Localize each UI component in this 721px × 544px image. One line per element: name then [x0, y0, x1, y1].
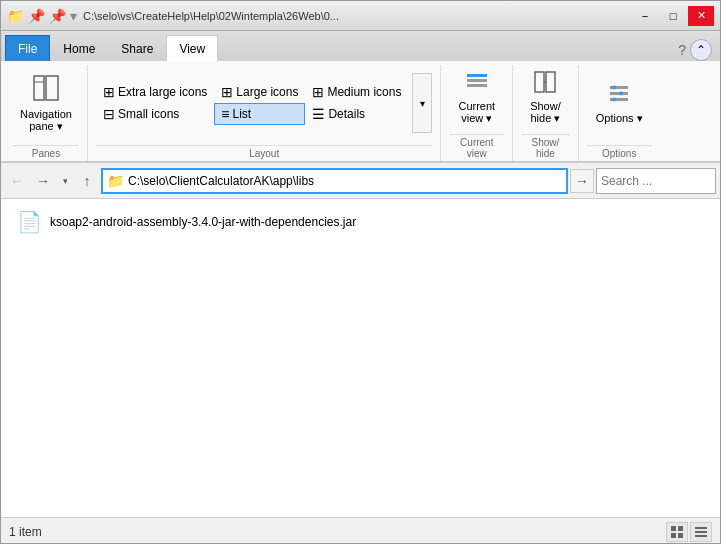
- layout-group-label: Layout: [96, 145, 432, 161]
- nav-pane-arrow: ▾: [57, 120, 63, 132]
- large-icons-button[interactable]: ⊞ Large icons: [214, 81, 305, 103]
- svg-rect-0: [34, 76, 44, 100]
- svg-rect-7: [546, 72, 555, 92]
- options-group-label: Options: [587, 145, 652, 161]
- current-view-icon: [465, 70, 489, 100]
- extra-large-icons-button[interactable]: ⊞ Extra large icons: [96, 81, 214, 103]
- layout-group-content: ⊞ Extra large icons ⊞ Large icons ⊞ Medi…: [96, 65, 432, 145]
- layout-icon-grid: ⊞ Extra large icons ⊞ Large icons ⊞ Medi…: [96, 81, 408, 125]
- layout-scroll-button[interactable]: ▾: [412, 73, 432, 133]
- address-input-wrap: 📁: [101, 168, 568, 194]
- svg-rect-19: [695, 527, 707, 529]
- medium-icons-button[interactable]: ⊞ Medium icons: [305, 81, 408, 103]
- svg-point-12: [612, 85, 616, 89]
- tab-home[interactable]: Home: [50, 35, 108, 61]
- svg-rect-6: [535, 72, 544, 92]
- title-bar: 📁 📌 📌 ▾ C:\selo\vs\CreateHelp\Help\02Win…: [1, 1, 720, 31]
- address-bar: ← → ▾ ↑ 📁 → 🔍: [1, 163, 720, 199]
- tab-view[interactable]: View: [166, 35, 218, 61]
- svg-point-14: [612, 97, 616, 101]
- main-content: File Home Share View ? ⌃: [1, 31, 720, 544]
- options-arrow: ▾: [637, 112, 643, 124]
- forward-button[interactable]: →: [31, 169, 55, 193]
- navigation-pane-label: Navigationpane ▾: [20, 108, 72, 133]
- tab-share[interactable]: Share: [108, 35, 166, 61]
- show-hide-group-label: Show/hide: [521, 134, 570, 161]
- file-area: 📄 ksoap2-android-assembly-3.4.0-jar-with…: [1, 199, 720, 517]
- view-buttons: [666, 522, 712, 542]
- back-button[interactable]: ←: [5, 169, 29, 193]
- ribbon-tabs: File Home Share View ? ⌃: [1, 31, 720, 61]
- show-hide-icon: [533, 70, 557, 100]
- tab-file[interactable]: File: [5, 35, 50, 61]
- svg-rect-4: [467, 79, 487, 82]
- navigation-pane-icon: [32, 74, 60, 108]
- recent-locations-button[interactable]: ▾: [57, 169, 73, 193]
- current-view-group: Currentview ▾ Currentview: [441, 65, 513, 161]
- status-bar: 1 item: [1, 517, 720, 544]
- title-bar-icons: 📁 📌 📌 ▾: [7, 8, 77, 24]
- list-item[interactable]: 📄 ksoap2-android-assembly-3.4.0-jar-with…: [13, 207, 708, 237]
- details-view-button[interactable]: [666, 522, 688, 542]
- options-group: Options ▾ Options: [579, 65, 660, 161]
- svg-rect-3: [467, 74, 487, 77]
- panes-group-label: Panes: [13, 145, 79, 161]
- options-button[interactable]: Options ▾: [587, 77, 652, 130]
- show-hide-label: Show/hide ▾: [530, 100, 561, 125]
- ribbon-content: Navigationpane ▾ Panes ⊞ Extra large ico…: [1, 61, 720, 162]
- up-button[interactable]: ↑: [75, 169, 99, 193]
- search-box[interactable]: 🔍: [596, 168, 716, 194]
- panes-group-content: Navigationpane ▾: [13, 65, 79, 145]
- close-button[interactable]: ✕: [688, 6, 714, 26]
- address-input[interactable]: [128, 174, 562, 188]
- svg-rect-21: [695, 535, 707, 537]
- layout-group: ⊞ Extra large icons ⊞ Large icons ⊞ Medi…: [88, 65, 441, 161]
- ribbon: File Home Share View ? ⌃: [1, 31, 720, 163]
- large-view-button[interactable]: [690, 522, 712, 542]
- minimize-button[interactable]: −: [632, 6, 658, 26]
- maximize-button[interactable]: □: [660, 6, 686, 26]
- options-label: Options ▾: [596, 112, 643, 125]
- help-icon[interactable]: ?: [678, 42, 686, 58]
- small-icons-button[interactable]: ⊟ Small icons: [96, 103, 214, 125]
- svg-rect-15: [671, 526, 676, 531]
- show-hide-arrow: ▾: [554, 112, 560, 124]
- svg-rect-20: [695, 531, 707, 533]
- svg-rect-18: [678, 533, 683, 538]
- panes-group: Navigationpane ▾ Panes: [5, 65, 88, 161]
- svg-rect-16: [678, 526, 683, 531]
- current-view-button[interactable]: Currentview ▾: [449, 65, 504, 130]
- show-hide-button[interactable]: Show/hide ▾: [521, 65, 570, 130]
- show-hide-group: Show/hide ▾ Show/hide: [513, 65, 579, 161]
- options-content: Options ▾: [587, 65, 652, 145]
- title-path: C:\selo\vs\CreateHelp\Help\02Wintempla\2…: [83, 10, 632, 22]
- svg-point-13: [619, 91, 623, 95]
- svg-rect-17: [671, 533, 676, 538]
- file-name: ksoap2-android-assembly-3.4.0-jar-with-d…: [50, 215, 356, 229]
- collapse-ribbon-button[interactable]: ⌃: [690, 39, 712, 61]
- address-folder-icon: 📁: [107, 173, 124, 189]
- search-input[interactable]: [601, 174, 721, 188]
- show-hide-content: Show/hide ▾: [521, 65, 570, 134]
- current-view-label: Currentview ▾: [458, 100, 495, 125]
- svg-rect-1: [46, 76, 58, 100]
- details-button[interactable]: ☰ Details: [305, 103, 408, 125]
- title-buttons: − □ ✕: [632, 6, 714, 26]
- options-icon: [607, 82, 631, 112]
- status-count: 1 item: [9, 525, 42, 539]
- navigation-pane-button[interactable]: Navigationpane ▾: [13, 69, 79, 138]
- list-button[interactable]: ≡ List: [214, 103, 305, 125]
- current-view-group-label: Currentview: [449, 134, 504, 161]
- svg-rect-5: [467, 84, 487, 87]
- current-view-arrow: ▾: [486, 112, 492, 124]
- file-icon: 📄: [17, 210, 42, 234]
- address-go-button[interactable]: →: [570, 169, 594, 193]
- current-view-content: Currentview ▾: [449, 65, 504, 134]
